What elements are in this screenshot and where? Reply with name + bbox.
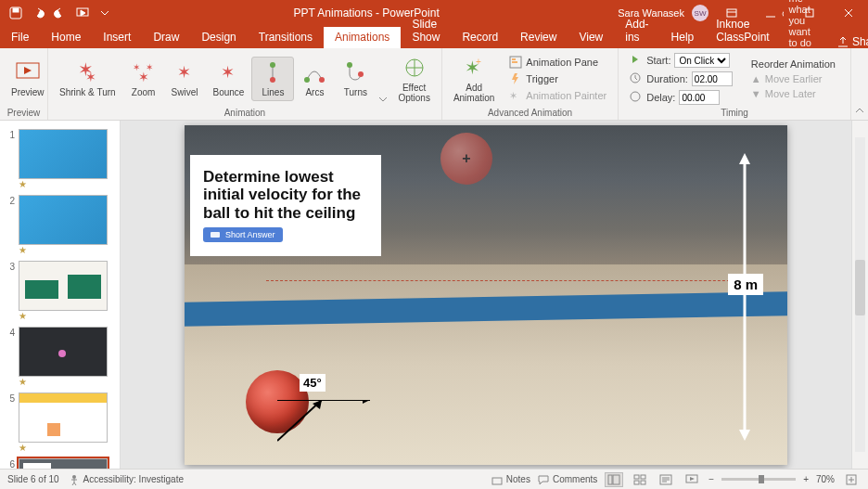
svg-rect-27 <box>512 61 517 63</box>
tab-record[interactable]: Record <box>451 27 509 48</box>
start-select[interactable]: On Click <box>674 53 730 68</box>
slide-counter: Slide 6 of 10 <box>7 474 59 484</box>
ball-end-marker[interactable]: + <box>440 133 492 185</box>
slide-thumb-3[interactable] <box>19 261 108 311</box>
tab-draw[interactable]: Draw <box>142 27 190 48</box>
add-animation-button[interactable]: ✶+Add Animation <box>446 53 502 105</box>
angle-label[interactable]: 45° <box>300 374 326 392</box>
tab-addins[interactable]: Add-ins <box>614 14 659 48</box>
svg-line-33 <box>277 400 322 441</box>
anim-indicator-icon: ★ <box>19 179 108 189</box>
autosave-toggle[interactable] <box>6 3 26 23</box>
effect-swivel[interactable]: ✶Swivel <box>164 58 206 100</box>
svg-rect-37 <box>608 475 612 484</box>
preview-button[interactable]: Preview <box>4 58 52 100</box>
tab-review[interactable]: Review <box>509 27 568 48</box>
effect-zoom[interactable]: ✶✶✶Zoom <box>123 58 164 100</box>
slide-thumb-4[interactable] <box>19 327 108 377</box>
effect-shrink-turn[interactable]: ✶✶Shrink & Turn <box>52 58 123 100</box>
svg-rect-1 <box>13 8 19 12</box>
motion-path-guide[interactable] <box>266 280 748 281</box>
trigger-label: Trigger <box>526 73 557 84</box>
tab-design[interactable]: Design <box>190 27 247 48</box>
effect-turns[interactable]: Turns <box>335 58 376 100</box>
tab-animations[interactable]: Animations <box>324 27 401 48</box>
svg-text:✶: ✶ <box>138 70 149 84</box>
animation-gallery-more[interactable] <box>376 50 390 108</box>
svg-point-16 <box>270 62 275 68</box>
slide-thumbnail-panel[interactable]: 1★ 2★ 3★ 4★ 5★ 6★ <box>0 121 121 469</box>
tab-slideshow[interactable]: Slide Show <box>401 14 451 48</box>
slide-canvas[interactable]: Determine lowest initial velocity for th… <box>121 121 851 469</box>
qat-more[interactable] <box>95 3 115 23</box>
move-later-button[interactable]: ▼ Move Later <box>747 87 839 100</box>
duration-input[interactable] <box>692 71 733 86</box>
tab-transitions[interactable]: Transitions <box>248 27 324 48</box>
zoom-in-button[interactable]: + <box>803 474 809 484</box>
anim-indicator-icon: ★ <box>19 377 108 387</box>
tab-inknoe[interactable]: Inknoe ClassPoint <box>705 14 780 48</box>
height-label[interactable]: 8 m <box>728 274 763 295</box>
close-button[interactable] <box>833 0 864 26</box>
group-animation-label: Animation <box>52 108 438 120</box>
undo-button[interactable] <box>28 3 48 23</box>
animation-pane-button[interactable]: Animation Pane <box>505 55 610 70</box>
effect-lines[interactable]: Lines <box>251 57 294 101</box>
comments-button[interactable]: Comments <box>538 474 597 485</box>
anim-indicator-icon: ★ <box>19 443 108 453</box>
height-arrow[interactable] <box>735 153 754 441</box>
animation-painter-button[interactable]: ✶Animation Painter <box>505 88 610 103</box>
thumb-number: 5 <box>6 392 15 453</box>
notes-button[interactable]: Notes <box>491 474 530 485</box>
velocity-arrows[interactable] <box>277 400 389 446</box>
zoom-slider[interactable] <box>721 478 796 481</box>
short-answer-label: Short Answer <box>225 230 275 239</box>
tab-home[interactable]: Home <box>40 27 92 48</box>
normal-view-button[interactable] <box>605 472 623 487</box>
svg-rect-31 <box>211 232 220 238</box>
svg-text:+: + <box>476 57 481 67</box>
share-button[interactable]: Share <box>828 35 868 48</box>
tab-view[interactable]: View <box>568 27 614 48</box>
tab-file[interactable]: File <box>0 27 40 48</box>
tell-me[interactable]: Tell me what you want to do <box>781 0 828 48</box>
svg-text:✶: ✶ <box>177 63 191 82</box>
fit-to-window-button[interactable] <box>842 472 861 487</box>
question-text: Determine lowest initial velocity for th… <box>203 168 368 223</box>
share-label: Share <box>852 35 868 48</box>
animation-painter-label: Animation Painter <box>526 90 606 101</box>
accessibility-status[interactable]: Accessibility: Investigate <box>69 474 184 485</box>
slide[interactable]: Determine lowest initial velocity for th… <box>185 125 787 465</box>
effect-bounce[interactable]: ✶Bounce <box>206 58 252 100</box>
sorter-view-button[interactable] <box>631 472 649 487</box>
trigger-button[interactable]: Trigger <box>505 71 610 86</box>
short-answer-button[interactable]: Short Answer <box>203 227 283 242</box>
slide-thumb-2[interactable] <box>19 195 108 245</box>
zoom-level[interactable]: 70% <box>816 474 835 484</box>
delay-input[interactable] <box>679 90 720 105</box>
move-earlier-button[interactable]: ▲ Move Earlier <box>747 72 839 85</box>
svg-point-17 <box>270 77 275 83</box>
svg-text:✶: ✶ <box>509 90 517 101</box>
svg-point-20 <box>347 62 352 68</box>
collapse-ribbon[interactable] <box>851 48 868 120</box>
slide-thumb-6[interactable] <box>19 458 108 469</box>
slideshow-view-button[interactable] <box>683 472 701 487</box>
question-textbox[interactable]: Determine lowest initial velocity for th… <box>190 155 381 257</box>
reading-view-button[interactable] <box>657 472 675 487</box>
accessibility-label: Accessibility: Investigate <box>83 474 184 484</box>
animation-pane-label: Animation Pane <box>526 57 598 68</box>
group-timing-label: Timing <box>622 108 847 120</box>
redo-button[interactable] <box>50 3 70 23</box>
tab-help[interactable]: Help <box>660 27 706 48</box>
slide-thumb-5[interactable] <box>19 392 108 443</box>
start-label: Start: <box>646 55 670 66</box>
zoom-out-button[interactable]: − <box>708 474 714 484</box>
effect-options-button[interactable]: Effect Options <box>390 53 437 105</box>
present-button[interactable] <box>72 3 93 23</box>
slide-thumb-1[interactable] <box>19 129 108 179</box>
tab-insert[interactable]: Insert <box>92 27 142 48</box>
svg-text:✶: ✶ <box>221 63 235 82</box>
effect-arcs[interactable]: Arcs <box>294 58 335 100</box>
vertical-scrollbar[interactable] <box>851 121 868 469</box>
